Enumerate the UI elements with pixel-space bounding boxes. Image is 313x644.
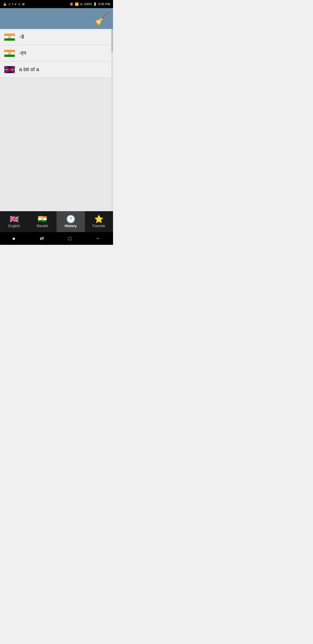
overview-button[interactable]: □ [68, 236, 71, 242]
battery-icon: 🔋 [93, 2, 97, 6]
list-item[interactable]: a bit of a [0, 61, 113, 78]
content-area: -डे -एन a bit of a [0, 29, 113, 211]
status-bar: 🔒 ⚠ f ✔ ⚠ ⊞ 🔇 📶 ⊘ 100% 🔋 9:05 PM [0, 0, 113, 8]
tab-english-label: English [8, 224, 20, 228]
warning-icon-1: ⚠ [8, 2, 11, 6]
list-item[interactable]: -एन [0, 45, 113, 61]
app-header: 🧹 [0, 8, 113, 29]
item-text: -एन [19, 50, 26, 56]
scroll-indicator[interactable] [111, 29, 113, 211]
wifi-icon: 📶 [75, 2, 79, 6]
history-list: -डे -एन a bit of a [0, 29, 113, 211]
home-button[interactable]: ● [12, 236, 15, 242]
marathi-flag-tab-icon: 🇮🇳 [38, 215, 47, 223]
english-flag-tab-icon: 🇬🇧 [10, 215, 19, 223]
lock-icon: 🔒 [3, 2, 7, 6]
tab-marathi-label: Marathi [37, 224, 48, 228]
broom-button[interactable]: 🧹 [94, 12, 110, 25]
back-button[interactable]: ← [96, 236, 101, 242]
clock-time: 9:05 PM [98, 2, 110, 6]
india-flag-icon [4, 50, 15, 57]
tab-history-label: History [65, 224, 77, 228]
tab-favorite-label: Favorite [93, 224, 105, 228]
facebook-icon: f [12, 2, 13, 6]
warning-icon-2: ⚠ [18, 2, 21, 6]
no-icon: ⊘ [80, 2, 83, 6]
status-left-icons: 🔒 ⚠ f ✔ ⚠ ⊞ [3, 2, 25, 6]
grid-icon: ⊞ [22, 2, 25, 6]
tab-history[interactable]: 🕐 History [57, 211, 85, 232]
item-text: a bit of a [19, 66, 39, 73]
status-right-icons: 🔇 📶 ⊘ 100% 🔋 9:05 PM [70, 2, 110, 6]
scroll-thumb [111, 29, 113, 52]
favorite-star-icon: ⭐ [94, 215, 103, 223]
check-icon: ✔ [14, 2, 17, 6]
bottom-tab-bar: 🇬🇧 English 🇮🇳 Marathi 🕐 History ⭐ Favori… [0, 211, 113, 232]
uk-flag-icon [4, 66, 15, 73]
tab-english[interactable]: 🇬🇧 English [0, 211, 28, 232]
list-item[interactable]: -डे [0, 29, 113, 45]
android-nav-bar: ● ⇌ □ ← [0, 232, 113, 245]
recent-apps-button[interactable]: ⇌ [40, 235, 44, 242]
mute-icon: 🔇 [70, 2, 74, 6]
item-text: -डे [19, 34, 24, 40]
history-clock-icon: 🕐 [66, 215, 75, 223]
battery-percent: 100% [84, 2, 92, 6]
india-flag-icon [4, 33, 15, 41]
tab-favorite[interactable]: ⭐ Favorite [85, 211, 113, 232]
tab-marathi[interactable]: 🇮🇳 Marathi [28, 211, 57, 232]
